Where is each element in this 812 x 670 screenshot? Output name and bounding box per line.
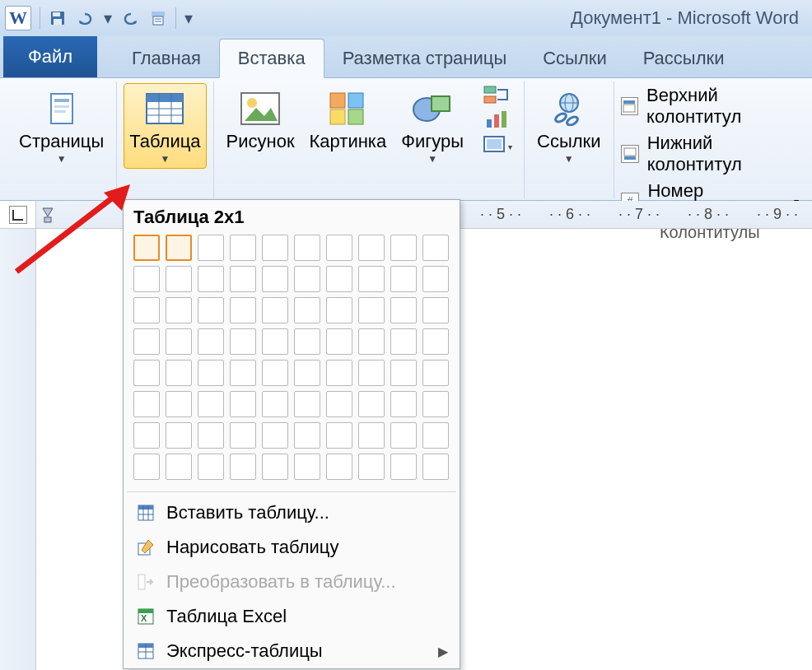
grid-cell[interactable] <box>294 454 320 480</box>
grid-cell[interactable] <box>230 360 256 386</box>
grid-cell[interactable] <box>422 391 449 417</box>
insert-table-grid[interactable] <box>124 235 460 488</box>
grid-cell[interactable] <box>166 235 192 261</box>
links-button[interactable]: Ссылки ▼ <box>531 83 606 169</box>
grid-cell[interactable] <box>358 297 385 323</box>
smartart-icon[interactable] <box>478 83 517 106</box>
grid-cell[interactable] <box>262 328 288 355</box>
screenshot-icon[interactable]: ▾ <box>478 133 517 156</box>
grid-cell[interactable] <box>326 391 352 417</box>
picture-button[interactable]: Рисунок <box>221 83 301 156</box>
draw-table-menuitem[interactable]: Нарисовать таблицу <box>124 530 460 565</box>
grid-cell[interactable] <box>198 266 224 292</box>
chart-icon[interactable] <box>478 108 517 131</box>
grid-cell[interactable] <box>422 328 449 355</box>
excel-table-menuitem[interactable]: X Таблица Excel <box>124 599 460 634</box>
grid-cell[interactable] <box>230 266 256 292</box>
grid-cell[interactable] <box>294 422 320 449</box>
table-button[interactable]: Таблица ▼ <box>124 83 206 169</box>
grid-cell[interactable] <box>326 454 352 480</box>
grid-cell[interactable] <box>262 360 288 386</box>
grid-cell[interactable] <box>390 266 417 292</box>
grid-cell[interactable] <box>133 454 160 480</box>
grid-cell[interactable] <box>230 454 256 480</box>
grid-cell[interactable] <box>166 360 192 386</box>
tab-insert[interactable]: Вставка <box>219 39 324 78</box>
grid-cell[interactable] <box>230 297 256 323</box>
grid-cell[interactable] <box>358 454 385 480</box>
grid-cell[interactable] <box>133 235 160 261</box>
tab-page-layout[interactable]: Разметка страницы <box>324 40 525 77</box>
grid-cell[interactable] <box>358 391 385 417</box>
indent-marker-icon[interactable] <box>41 205 54 225</box>
grid-cell[interactable] <box>262 235 288 261</box>
pages-button[interactable]: Страницы ▼ <box>13 83 110 169</box>
grid-cell[interactable] <box>166 391 192 417</box>
grid-cell[interactable] <box>326 235 352 261</box>
grid-cell[interactable] <box>390 297 417 323</box>
grid-cell[interactable] <box>230 391 256 417</box>
grid-cell[interactable] <box>198 328 224 355</box>
tab-mailings[interactable]: Рассылки <box>625 40 743 77</box>
grid-cell[interactable] <box>198 422 224 449</box>
header-button[interactable]: Верхний колонтитул <box>621 85 799 128</box>
tab-references[interactable]: Ссылки <box>525 40 624 77</box>
clipart-button[interactable]: Картинка <box>304 83 393 156</box>
tab-file[interactable]: Файл <box>3 36 97 77</box>
grid-cell[interactable] <box>262 454 288 480</box>
grid-cell[interactable] <box>326 422 352 449</box>
grid-cell[interactable] <box>390 328 417 355</box>
tab-selector[interactable] <box>0 201 36 229</box>
grid-cell[interactable] <box>422 266 449 292</box>
insert-table-menuitem[interactable]: Вставить таблицу... <box>124 496 460 530</box>
grid-cell[interactable] <box>358 360 385 386</box>
grid-cell[interactable] <box>166 297 192 323</box>
grid-cell[interactable] <box>166 266 192 292</box>
grid-cell[interactable] <box>262 391 288 417</box>
tab-home[interactable]: Главная <box>114 40 219 77</box>
quick-print-icon[interactable] <box>147 7 170 30</box>
grid-cell[interactable] <box>422 360 449 386</box>
grid-cell[interactable] <box>358 422 385 449</box>
grid-cell[interactable] <box>390 235 417 261</box>
save-icon[interactable] <box>46 7 69 30</box>
undo-icon[interactable] <box>74 7 97 30</box>
grid-cell[interactable] <box>422 235 449 261</box>
grid-cell[interactable] <box>262 422 288 449</box>
grid-cell[interactable] <box>326 328 352 355</box>
grid-cell[interactable] <box>198 360 224 386</box>
grid-cell[interactable] <box>198 391 224 417</box>
grid-cell[interactable] <box>326 360 352 386</box>
grid-cell[interactable] <box>230 235 256 261</box>
grid-cell[interactable] <box>422 454 449 480</box>
grid-cell[interactable] <box>133 360 160 386</box>
undo-dropdown-icon[interactable]: ▾ <box>102 7 114 30</box>
grid-cell[interactable] <box>390 360 417 386</box>
grid-cell[interactable] <box>198 454 224 480</box>
app-icon[interactable]: W <box>5 6 31 30</box>
grid-cell[interactable] <box>166 454 192 480</box>
grid-cell[interactable] <box>198 235 224 261</box>
grid-cell[interactable] <box>294 391 320 417</box>
grid-cell[interactable] <box>390 454 417 480</box>
grid-cell[interactable] <box>262 266 288 292</box>
grid-cell[interactable] <box>294 297 320 323</box>
grid-cell[interactable] <box>422 422 449 449</box>
grid-cell[interactable] <box>133 266 160 292</box>
grid-cell[interactable] <box>166 328 192 355</box>
quick-tables-menuitem[interactable]: Экспресс-таблицы ▶ <box>124 634 460 668</box>
grid-cell[interactable] <box>133 422 160 449</box>
grid-cell[interactable] <box>294 360 320 386</box>
qat-customize-icon[interactable]: ▾ <box>182 7 195 30</box>
grid-cell[interactable] <box>133 297 160 323</box>
grid-cell[interactable] <box>390 422 417 449</box>
grid-cell[interactable] <box>230 422 256 449</box>
grid-cell[interactable] <box>198 297 224 323</box>
grid-cell[interactable] <box>230 328 256 355</box>
grid-cell[interactable] <box>358 328 385 355</box>
footer-button[interactable]: Нижний колонтитул <box>621 133 799 175</box>
grid-cell[interactable] <box>133 328 160 355</box>
redo-icon[interactable] <box>119 7 142 30</box>
grid-cell[interactable] <box>358 235 385 261</box>
grid-cell[interactable] <box>294 328 320 355</box>
